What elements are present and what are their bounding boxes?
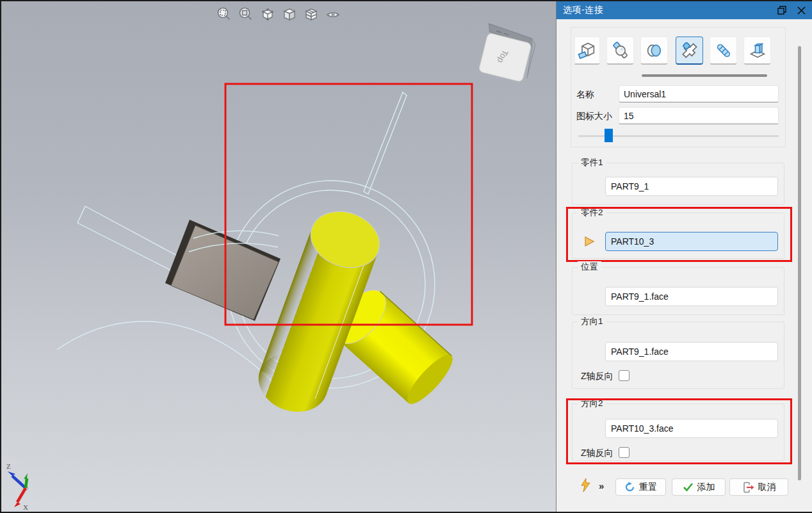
name-label: 名称: [576, 89, 594, 101]
joint-type-spherical-button[interactable]: [606, 37, 634, 65]
float-window-icon[interactable]: [775, 3, 789, 17]
view-cube[interactable]: Top: [467, 22, 539, 88]
direction2-z-reverse-label: Z轴反向: [581, 448, 613, 459]
icon-size-label: 图标大小: [576, 111, 612, 122]
joint-type-prismatic-button[interactable]: [743, 37, 771, 65]
part1-group-label: 零件1: [578, 157, 606, 168]
visibility-eye-icon[interactable]: [325, 6, 341, 23]
direction1-z-reverse-label: Z轴反向: [581, 371, 613, 382]
direction2-input[interactable]: [605, 419, 778, 438]
3d-viewport[interactable]: Top X Z: [1, 1, 556, 512]
direction2-group-label: 方向2: [578, 398, 606, 409]
options-panel: 选项-连接: [556, 1, 812, 512]
part2-group-label: 零件2: [578, 207, 606, 218]
viewport-toolbar: [216, 6, 341, 23]
panel-vertical-scrollbar[interactable]: [798, 46, 801, 480]
cancel-button-label: 取消: [758, 482, 776, 493]
more-options-chevron[interactable]: »: [599, 480, 604, 491]
position-group-label: 位置: [578, 261, 601, 273]
joint-type-planar-button[interactable]: [640, 37, 668, 65]
part-gray-block[interactable]: [165, 220, 280, 321]
zoom-fit-icon[interactable]: [216, 6, 232, 23]
triad-z-label: Z: [6, 462, 11, 470]
quick-apply-lightning-icon[interactable]: [580, 478, 591, 493]
joint-type-universal-button[interactable]: [676, 37, 703, 65]
icon-size-slider-handle[interactable]: [605, 129, 613, 142]
joint-type-rigid-button[interactable]: [574, 37, 600, 65]
panel-title: 选项-连接: [556, 4, 603, 16]
close-icon[interactable]: [794, 3, 808, 17]
application-window: Top X Z 选项-连接: [0, 0, 812, 513]
reset-button-label: 重置: [639, 482, 657, 493]
name-input[interactable]: [619, 85, 779, 102]
add-button[interactable]: 添加: [672, 478, 726, 496]
wireframe-rod: [77, 206, 178, 270]
cancel-button[interactable]: 取消: [729, 478, 788, 496]
part2-input[interactable]: [605, 232, 778, 251]
add-button-label: 添加: [697, 482, 715, 493]
triad-x-label: X: [23, 503, 28, 511]
sectioned-cube-view-icon[interactable]: [303, 6, 320, 23]
part2-pick-arrow-icon[interactable]: [585, 236, 594, 247]
joint-type-cylindrical-button[interactable]: [710, 37, 737, 65]
direction2-z-reverse-checkbox[interactable]: [619, 447, 629, 458]
coordinate-triad: X Z: [1, 455, 65, 512]
direction1-input[interactable]: [605, 342, 778, 361]
wireframe-needle: [364, 92, 407, 194]
joint-types-horizontal-scrollbar[interactable]: [642, 74, 767, 77]
isometric-view-icon[interactable]: [259, 6, 276, 23]
reset-button[interactable]: 重置: [615, 478, 666, 496]
zoom-window-icon[interactable]: [238, 6, 254, 23]
panel-titlebar[interactable]: 选项-连接: [556, 1, 812, 19]
shaded-cube-view-icon[interactable]: [281, 6, 298, 23]
part1-input[interactable]: [605, 177, 778, 196]
icon-size-input[interactable]: [619, 107, 779, 124]
direction1-z-reverse-checkbox[interactable]: [619, 370, 629, 381]
wireframe-arc: [57, 322, 275, 385]
position-input[interactable]: [605, 287, 778, 306]
direction1-group-label: 方向1: [578, 316, 606, 327]
